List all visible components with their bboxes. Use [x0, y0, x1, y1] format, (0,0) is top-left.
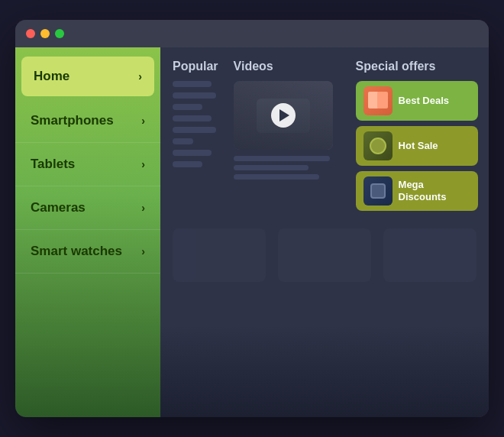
browser-window: Home › Smartphones › Tablets › Cameras ›… — [15, 20, 489, 417]
chevron-right-icon: › — [141, 202, 145, 214]
popular-title: Popular — [173, 60, 218, 73]
video-line — [234, 156, 330, 161]
content-line — [173, 161, 202, 167]
product-card — [173, 228, 266, 282]
special-offers-section: Special offers Best Deals Hot Sale — [356, 60, 478, 216]
phone-shape — [377, 92, 388, 108]
watch-shape — [370, 138, 386, 154]
content-line — [173, 115, 212, 121]
hot-sale-label: Hot Sale — [399, 140, 438, 152]
chevron-right-icon: › — [141, 115, 145, 127]
content-line — [173, 138, 193, 144]
browser-content: Home › Smartphones › Tablets › Cameras ›… — [15, 47, 489, 417]
chevron-right-icon: › — [141, 245, 145, 257]
play-button[interactable] — [271, 103, 296, 128]
chevron-right-icon: › — [138, 70, 142, 83]
sidebar: Home › Smartphones › Tablets › Cameras ›… — [15, 47, 160, 417]
chevron-right-icon: › — [141, 158, 145, 170]
smartwatch-icon — [363, 176, 393, 206]
content-line — [173, 150, 212, 156]
sidebar-item-home[interactable]: Home › — [21, 57, 154, 96]
title-bar — [15, 20, 489, 47]
videos-section: Videos — [234, 60, 341, 183]
main-header: Popular Videos — [173, 60, 477, 216]
watch-icon — [363, 131, 393, 160]
offer-card-best-deals[interactable]: Best Deals — [356, 81, 478, 121]
sidebar-item-cameras[interactable]: Cameras › — [15, 186, 160, 230]
video-thumbnail[interactable] — [234, 81, 333, 150]
content-line — [173, 81, 212, 87]
offer-card-mega-discounts[interactable]: Mega Discounts — [356, 171, 478, 211]
popular-content-lines — [173, 81, 218, 167]
product-card — [383, 228, 477, 282]
product-card — [278, 228, 371, 282]
content-line — [173, 92, 216, 99]
content-line — [173, 104, 202, 110]
video-line — [234, 165, 309, 170]
videos-title: Videos — [234, 60, 341, 73]
minimize-dot[interactable] — [40, 29, 50, 38]
bottom-product-cards — [173, 228, 477, 282]
sidebar-item-smartwatches[interactable]: Smart watches › — [15, 230, 160, 274]
special-offers-title: Special offers — [356, 60, 478, 73]
maximize-dot[interactable] — [55, 29, 64, 38]
smartwatch-shape — [370, 183, 386, 199]
popular-section: Popular — [173, 60, 218, 167]
sidebar-item-tablets[interactable]: Tablets › — [15, 143, 160, 186]
play-icon — [279, 109, 289, 121]
close-dot[interactable] — [26, 29, 35, 38]
main-content: Popular Videos — [160, 47, 489, 417]
mega-discounts-label: Mega Discounts — [399, 179, 470, 202]
offer-card-hot-sale[interactable]: Hot Sale — [356, 126, 478, 166]
content-line — [173, 127, 216, 133]
sidebar-item-smartphones[interactable]: Smartphones › — [15, 99, 160, 143]
video-line — [234, 174, 319, 180]
best-deals-label: Best Deals — [399, 95, 449, 107]
phones-icon — [363, 86, 393, 115]
